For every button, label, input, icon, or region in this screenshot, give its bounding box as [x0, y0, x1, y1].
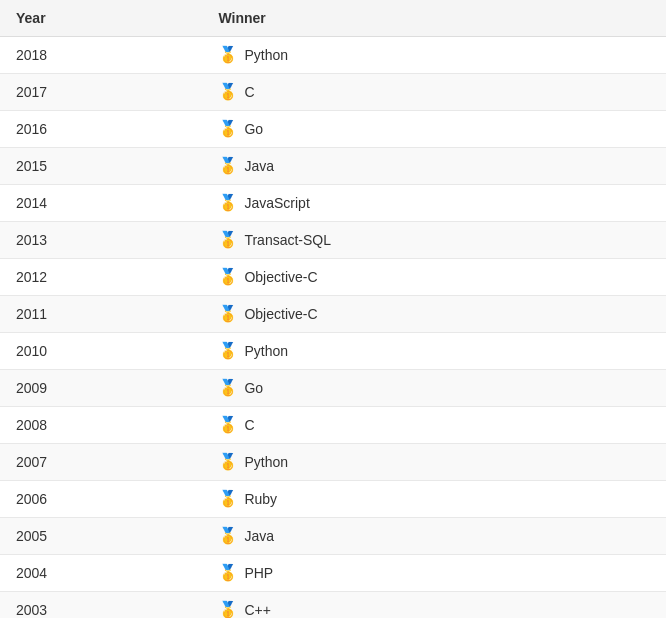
table-row: 2018🥇Python: [0, 37, 666, 74]
winner-cell: 🥇Java: [202, 518, 666, 555]
year-cell: 2014: [0, 185, 202, 222]
medal-icon: 🥇: [218, 121, 238, 137]
table-header-row: Year Winner: [0, 0, 666, 37]
table-row: 2009🥇Go: [0, 370, 666, 407]
year-cell: 2017: [0, 74, 202, 111]
table-row: 2005🥇Java: [0, 518, 666, 555]
winner-cell: 🥇Python: [202, 37, 666, 74]
year-cell: 2009: [0, 370, 202, 407]
winner-name: Python: [244, 47, 288, 63]
winner-name: PHP: [244, 565, 273, 581]
winner-name: C: [244, 417, 254, 433]
table-row: 2010🥇Python: [0, 333, 666, 370]
winner-cell: 🥇Objective-C: [202, 259, 666, 296]
winner-name: Objective-C: [244, 306, 317, 322]
winner-cell: 🥇Go: [202, 370, 666, 407]
winner-name: Objective-C: [244, 269, 317, 285]
table-row: 2013🥇Transact-SQL: [0, 222, 666, 259]
table-row: 2014🥇JavaScript: [0, 185, 666, 222]
winner-name: Python: [244, 454, 288, 470]
year-cell: 2012: [0, 259, 202, 296]
winner-cell: 🥇Objective-C: [202, 296, 666, 333]
winner-name: JavaScript: [244, 195, 309, 211]
year-cell: 2005: [0, 518, 202, 555]
medal-icon: 🥇: [218, 417, 238, 433]
year-cell: 2008: [0, 407, 202, 444]
main-container: Year Winner 2018🥇Python2017🥇C2016🥇Go2015…: [0, 0, 666, 618]
winner-name: Go: [244, 121, 263, 137]
winner-name: C++: [244, 602, 270, 618]
winner-cell: 🥇Go: [202, 111, 666, 148]
winner-cell: 🥇Java: [202, 148, 666, 185]
medal-icon: 🥇: [218, 343, 238, 359]
table-row: 2012🥇Objective-C: [0, 259, 666, 296]
winner-cell: 🥇Python: [202, 333, 666, 370]
winner-cell: 🥇PHP: [202, 555, 666, 592]
winner-name: Transact-SQL: [244, 232, 331, 248]
medal-icon: 🥇: [218, 269, 238, 285]
winner-cell: 🥇Ruby: [202, 481, 666, 518]
year-column-header: Year: [0, 0, 202, 37]
winners-table: Year Winner 2018🥇Python2017🥇C2016🥇Go2015…: [0, 0, 666, 618]
winner-name: Java: [244, 158, 274, 174]
winner-cell: 🥇C: [202, 74, 666, 111]
table-row: 2006🥇Ruby: [0, 481, 666, 518]
winner-name: Go: [244, 380, 263, 396]
table-row: 2008🥇C: [0, 407, 666, 444]
year-cell: 2004: [0, 555, 202, 592]
medal-icon: 🥇: [218, 158, 238, 174]
medal-icon: 🥇: [218, 306, 238, 322]
table-row: 2016🥇Go: [0, 111, 666, 148]
year-cell: 2018: [0, 37, 202, 74]
medal-icon: 🥇: [218, 380, 238, 396]
table-row: 2003🥇C++: [0, 592, 666, 619]
year-cell: 2016: [0, 111, 202, 148]
year-cell: 2006: [0, 481, 202, 518]
table-row: 2004🥇PHP: [0, 555, 666, 592]
medal-icon: 🥇: [218, 602, 238, 618]
table-row: 2017🥇C: [0, 74, 666, 111]
medal-icon: 🥇: [218, 454, 238, 470]
winner-name: Ruby: [244, 491, 277, 507]
medal-icon: 🥇: [218, 528, 238, 544]
winner-cell: 🥇C++: [202, 592, 666, 619]
medal-icon: 🥇: [218, 195, 238, 211]
year-cell: 2013: [0, 222, 202, 259]
table-row: 2015🥇Java: [0, 148, 666, 185]
winner-cell: 🥇Python: [202, 444, 666, 481]
medal-icon: 🥇: [218, 565, 238, 581]
winner-name: C: [244, 84, 254, 100]
winner-name: Python: [244, 343, 288, 359]
winner-name: Java: [244, 528, 274, 544]
winner-cell: 🥇C: [202, 407, 666, 444]
table-row: 2007🥇Python: [0, 444, 666, 481]
year-cell: 2007: [0, 444, 202, 481]
winner-cell: 🥇Transact-SQL: [202, 222, 666, 259]
year-cell: 2003: [0, 592, 202, 619]
medal-icon: 🥇: [218, 232, 238, 248]
table-row: 2011🥇Objective-C: [0, 296, 666, 333]
medal-icon: 🥇: [218, 84, 238, 100]
year-cell: 2011: [0, 296, 202, 333]
medal-icon: 🥇: [218, 47, 238, 63]
medal-icon: 🥇: [218, 491, 238, 507]
winner-column-header: Winner: [202, 0, 666, 37]
winner-cell: 🥇JavaScript: [202, 185, 666, 222]
year-cell: 2010: [0, 333, 202, 370]
year-cell: 2015: [0, 148, 202, 185]
